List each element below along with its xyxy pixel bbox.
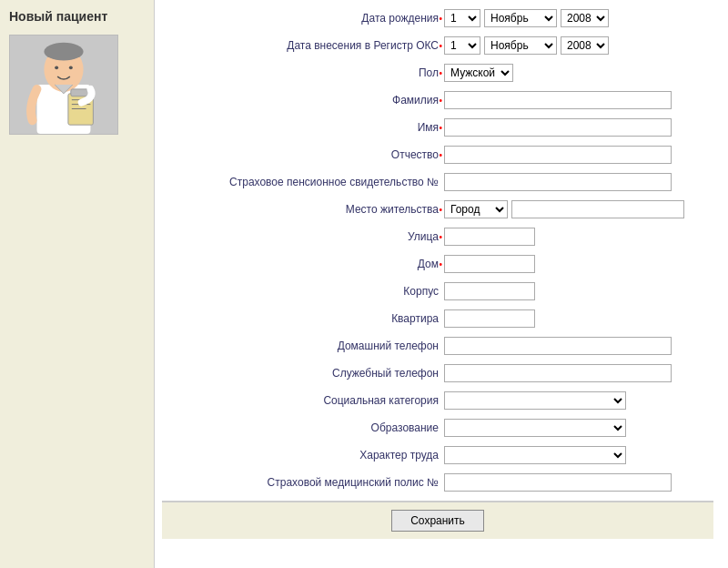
- home-phone-control: [444, 337, 713, 355]
- gender-control: Мужской Женский: [444, 64, 713, 82]
- building-input[interactable]: [444, 282, 535, 300]
- social-category-label: Социальная категория: [162, 394, 444, 407]
- last-name-input[interactable]: [444, 91, 672, 109]
- first-name-input[interactable]: [444, 118, 672, 137]
- registry-date-label: Дата внесения в Регистр ОКС •: [162, 39, 444, 52]
- insurance-policy-input[interactable]: [444, 473, 672, 492]
- residence-row: Место жительства • Город Село Деревня: [162, 198, 713, 220]
- patient-photo: [9, 35, 118, 135]
- social-category-row: Социальная категория: [162, 390, 713, 411]
- snils-label: Страховое пенсионное свидетельство №: [162, 176, 444, 188]
- education-control: [444, 419, 713, 437]
- work-type-label: Характер труда: [162, 449, 444, 462]
- registry-year-select[interactable]: 2008200720062005 20042003200220012000: [561, 36, 609, 55]
- insurance-policy-label: Страховой медицинский полис №: [162, 476, 444, 489]
- social-category-select[interactable]: [444, 391, 626, 410]
- work-phone-control: [444, 364, 713, 382]
- svg-point-5: [69, 66, 73, 69]
- middle-name-required: •: [439, 150, 442, 160]
- svg-point-3: [44, 43, 83, 61]
- house-control: [444, 255, 713, 273]
- house-label: Дом •: [162, 258, 444, 270]
- insurance-policy-control: [444, 473, 713, 492]
- sidebar-title: Новый пациент: [9, 9, 145, 24]
- residence-required: •: [439, 205, 442, 215]
- birth-day-select[interactable]: 12345 678910 1112131415 1617181920 21222…: [444, 9, 480, 27]
- residence-label: Место жительства •: [162, 203, 444, 216]
- home-phone-label: Домашний телефон: [162, 340, 444, 352]
- gender-select[interactable]: Мужской Женский: [444, 64, 513, 82]
- first-name-control: [444, 118, 713, 137]
- birth-date-control: 12345 678910 1112131415 1617181920 21222…: [444, 9, 713, 27]
- snils-row: Страховое пенсионное свидетельство №: [162, 171, 713, 193]
- social-category-control: [444, 391, 713, 410]
- house-row: Дом •: [162, 253, 713, 275]
- registry-date-required: •: [439, 41, 442, 51]
- gender-label: Пол •: [162, 66, 444, 79]
- birth-date-row: Дата рождения • 12345 678910 1112131415 …: [162, 7, 713, 29]
- sidebar: Новый пациент: [0, 0, 155, 568]
- registry-day-select[interactable]: 12345 678910 1112131415 1617181920 21222…: [444, 36, 480, 55]
- middle-name-label: Отчество •: [162, 148, 444, 161]
- registry-date-control: 12345 678910 1112131415 1617181920 21222…: [444, 36, 713, 55]
- save-button[interactable]: Сохранить: [391, 510, 484, 532]
- residence-input[interactable]: [511, 200, 684, 218]
- registry-date-row: Дата внесения в Регистр ОКС • 12345 6789…: [162, 35, 713, 56]
- gender-row: Пол • Мужской Женский: [162, 62, 713, 84]
- snils-control: [444, 173, 713, 191]
- first-name-label: Имя •: [162, 121, 444, 134]
- apartment-input[interactable]: [444, 309, 535, 328]
- work-phone-input[interactable]: [444, 364, 672, 382]
- work-type-select[interactable]: [444, 446, 626, 464]
- middle-name-row: Отчество •: [162, 144, 713, 166]
- house-input[interactable]: [444, 255, 535, 273]
- middle-name-control: [444, 146, 713, 164]
- education-select[interactable]: [444, 419, 626, 437]
- bottom-bar: Сохранить: [162, 501, 713, 539]
- insurance-policy-row: Страховой медицинский полис №: [162, 472, 713, 493]
- last-name-control: [444, 91, 713, 109]
- gender-required: •: [439, 68, 442, 78]
- house-required: •: [439, 259, 442, 269]
- work-type-control: [444, 446, 713, 464]
- last-name-row: Фамилия •: [162, 89, 713, 111]
- education-label: Образование: [162, 421, 444, 434]
- last-name-required: •: [439, 96, 442, 106]
- middle-name-input[interactable]: [444, 146, 672, 164]
- apartment-row: Квартира: [162, 308, 713, 330]
- birth-date-label: Дата рождения •: [162, 12, 444, 25]
- residence-control: Город Село Деревня: [444, 200, 713, 218]
- first-name-required: •: [439, 123, 442, 133]
- main-form: Дата рождения • 12345 678910 1112131415 …: [155, 0, 728, 568]
- work-phone-row: Служебный телефон: [162, 362, 713, 384]
- street-control: [444, 228, 713, 246]
- residence-type-select[interactable]: Город Село Деревня: [444, 200, 508, 218]
- first-name-row: Имя •: [162, 117, 713, 138]
- street-input[interactable]: [444, 228, 535, 246]
- work-type-row: Характер труда: [162, 444, 713, 466]
- birth-date-required: •: [439, 14, 442, 24]
- last-name-label: Фамилия •: [162, 94, 444, 106]
- home-phone-input[interactable]: [444, 337, 672, 355]
- work-phone-label: Служебный телефон: [162, 367, 444, 380]
- apartment-label: Квартира: [162, 312, 444, 325]
- svg-point-4: [55, 66, 58, 69]
- street-row: Улица •: [162, 226, 713, 248]
- building-control: [444, 282, 713, 300]
- street-label: Улица •: [162, 230, 444, 243]
- building-row: Корпус: [162, 280, 713, 302]
- registry-month-select[interactable]: ЯнварьФевральМартАпрель МайИюньИюльАвгус…: [484, 36, 557, 55]
- birth-month-select[interactable]: ЯнварьФевральМартАпрель МайИюньИюльАвгус…: [484, 9, 557, 27]
- building-label: Корпус: [162, 285, 444, 298]
- birth-year-select[interactable]: 2008200720062005 20042003200220012000 19…: [561, 9, 609, 27]
- education-row: Образование: [162, 417, 713, 439]
- home-phone-row: Домашний телефон: [162, 335, 713, 357]
- apartment-control: [444, 309, 713, 328]
- snils-input[interactable]: [444, 173, 672, 191]
- street-required: •: [439, 232, 442, 242]
